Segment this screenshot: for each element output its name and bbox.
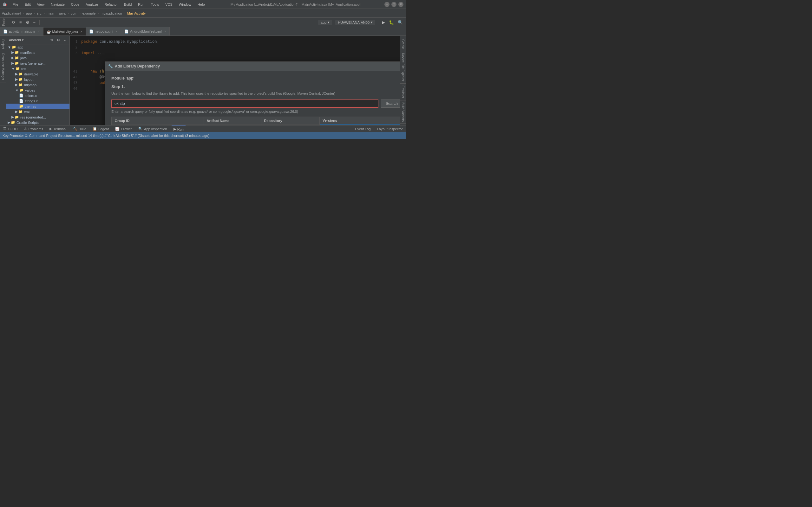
tab-run[interactable]: ▶ Run [171, 125, 186, 132]
tree-item-layout[interactable]: ▶ 📁 layout [6, 77, 69, 82]
version-item-selected[interactable]: 5.0.0-alpha.2 [320, 124, 400, 125]
menu-run[interactable]: Run [136, 2, 146, 7]
tab-todo[interactable]: ☰ TODO [1, 125, 20, 132]
tree-item-gradle[interactable]: ▶ 📁 Gradle Scripts [6, 120, 69, 125]
settings-sidebar-btn[interactable]: ⚙ [55, 38, 61, 43]
device-file-tab[interactable]: Device File Explorer [400, 51, 406, 83]
project-sidebar[interactable]: Android ▾ ⟲ ⚙ − ▼ 📁 app ▶ 📁 manifests [6, 36, 70, 125]
menu-window[interactable]: Window [177, 2, 193, 7]
tab-problems[interactable]: ⚠ Problems [22, 125, 45, 132]
tree-item-java[interactable]: ▶ 📁 java [6, 55, 69, 60]
tree-item-themes[interactable]: 📁 themes [6, 104, 69, 109]
search-everywhere-button[interactable]: 🔍 [397, 19, 404, 25]
right-tool-panel[interactable]: Gradle Device File Explorer Emulator Bui… [400, 36, 406, 125]
breadcrumb-src: src [37, 11, 42, 15]
problems-icon: ⚠ [24, 127, 27, 131]
menu-vcs[interactable]: VCS [163, 2, 174, 7]
close-tab-mainactivity[interactable]: × [81, 30, 83, 34]
versions-header: Versions [320, 117, 400, 124]
breadcrumb-example: example [83, 11, 96, 15]
tab-event-log[interactable]: Event Log [353, 125, 373, 132]
run-label: Run [177, 127, 184, 131]
tree-item-xml[interactable]: ▶ 📁 xml [6, 109, 69, 114]
resource-manager-tab[interactable]: Resource Manager [0, 51, 6, 82]
run-button[interactable]: ▶ [380, 19, 386, 25]
android-dropdown[interactable]: Android ▾ [9, 38, 24, 42]
search-input[interactable] [111, 100, 378, 108]
expand-icon-mipmap: ▶ [15, 83, 18, 87]
debug-button[interactable]: 🐛 [388, 19, 395, 25]
sync-button[interactable]: ⟳ [11, 19, 17, 25]
project-panel-tab[interactable]: Project [0, 38, 6, 51]
sidebar-actions[interactable]: ⟲ ⚙ − [49, 38, 67, 43]
settings-button[interactable]: ⚙ [24, 19, 31, 25]
search-button[interactable]: Search [381, 100, 400, 108]
left-tool-panel[interactable]: Project Resource Manager [0, 36, 6, 125]
content-area: Project Resource Manager Android ▾ ⟲ ⚙ −… [0, 36, 406, 125]
search-row[interactable]: Search [111, 100, 400, 108]
expand-icon-manifests: ▶ [11, 50, 14, 55]
tab-logcat[interactable]: 📋 Logcat [91, 125, 111, 132]
inspection-label: App Inspection [144, 127, 167, 131]
menu-build[interactable]: Build [122, 2, 134, 7]
emulator-tab[interactable]: Emulator [400, 83, 406, 101]
sync-sidebar-btn[interactable]: ⟲ [49, 38, 54, 43]
menu-view[interactable]: View [35, 2, 47, 7]
minimize-button[interactable]: ─ [385, 2, 390, 7]
close-tab-activity-main[interactable]: × [38, 30, 40, 33]
tree-label-themes: themes [25, 105, 36, 108]
tree-item-colors[interactable]: 📄 colors.x [6, 93, 69, 98]
menu-edit[interactable]: Edit [23, 2, 33, 7]
build-variants-tab[interactable]: Build Variants [400, 101, 406, 124]
menu-code[interactable]: Code [69, 2, 81, 7]
align-button[interactable]: ≡ [18, 19, 23, 25]
logcat-icon: 📋 [93, 127, 97, 131]
editor-area[interactable]: 1 package com.example.myapplication; 2 3… [70, 36, 400, 125]
tab-app-inspection[interactable]: 🔍 App Inspection [136, 125, 169, 132]
tab-layout-inspector[interactable]: Layout Inspector [375, 125, 405, 132]
close-tab-androidmanifest[interactable]: × [164, 30, 166, 33]
menu-tools[interactable]: Tools [149, 2, 161, 7]
build-label: Build [79, 127, 86, 131]
menu-refactor[interactable]: Refactor [102, 2, 119, 7]
menu-file[interactable]: File [11, 2, 20, 7]
col-group-id: Group ID [112, 117, 204, 124]
tree-item-java-gen[interactable]: ▶ 📁 java (generate... [6, 60, 69, 66]
expand-icon-gradle: ▶ [8, 120, 10, 124]
minimize-panel-button[interactable]: − [32, 19, 37, 25]
close-tab-nettools[interactable]: × [116, 30, 118, 33]
tab-build[interactable]: 🔨 Build [71, 125, 88, 132]
tab-terminal[interactable]: ▶ Terminal [48, 125, 68, 132]
library-table-container[interactable]: Group ID Artifact Name Repository com.li… [111, 117, 320, 125]
bottom-tabs-bar[interactable]: ☰ TODO ⚠ Problems ▶ Terminal 🔨 Build 📋 L… [0, 125, 406, 132]
close-button[interactable]: × [398, 2, 403, 7]
tab-nettools[interactable]: 📄 nettools.xml × [86, 27, 121, 36]
tab-androidmanifest[interactable]: 📄 AndroidManifest.xml × [121, 27, 170, 36]
maximize-button[interactable]: □ [392, 2, 397, 7]
editor-tabs[interactable]: 📄 activity_main.xml × ☕ MainActivity.jav… [0, 27, 406, 36]
tree-item-values[interactable]: ▼ 📁 values [6, 88, 69, 93]
tree-item-manifests[interactable]: ▶ 📁 manifests [6, 50, 69, 55]
tab-profiler[interactable]: 📈 Profiler [113, 125, 134, 132]
window-controls[interactable]: ─ □ × [385, 2, 403, 7]
table-header-row: Group ID Artifact Name Repository [112, 117, 319, 124]
tab-mainactivity[interactable]: ☕ MainActivity.java × [44, 28, 86, 36]
tree-item-app[interactable]: ▼ 📁 app [6, 44, 69, 50]
tab-activity-main[interactable]: 📄 activity_main.xml × [0, 27, 44, 36]
menu-bar[interactable]: File Edit View Navigate Code Analyze Ref… [11, 2, 207, 7]
tree-item-res[interactable]: ▼ 📁 res [6, 66, 69, 71]
table-row[interactable]: com.liulishuo.okdownload okhttp Maven Ce… [112, 124, 319, 125]
versions-panel[interactable]: Versions 5.0.0-alpha.2 [320, 117, 400, 125]
library-table: Group ID Artifact Name Repository com.li… [112, 117, 320, 125]
tree-item-strings[interactable]: 📄 strings.x [6, 98, 69, 104]
breadcrumb-main: main [47, 11, 54, 15]
menu-analyze[interactable]: Analyze [84, 2, 100, 7]
tree-item-mipmap[interactable]: ▶ 📁 mipmap [6, 82, 69, 88]
menu-navigate[interactable]: Navigate [49, 2, 66, 7]
minimize-sidebar-btn[interactable]: − [62, 38, 67, 43]
tree-item-res-gen[interactable]: ▶ 📁 res (generated... [6, 114, 69, 120]
tree-item-drawable[interactable]: ▶ 📁 drawable [6, 71, 69, 77]
folder-icon-themes: 📁 [19, 104, 23, 108]
menu-help[interactable]: Help [196, 2, 207, 7]
gradle-panel-tab[interactable]: Gradle [400, 38, 406, 51]
